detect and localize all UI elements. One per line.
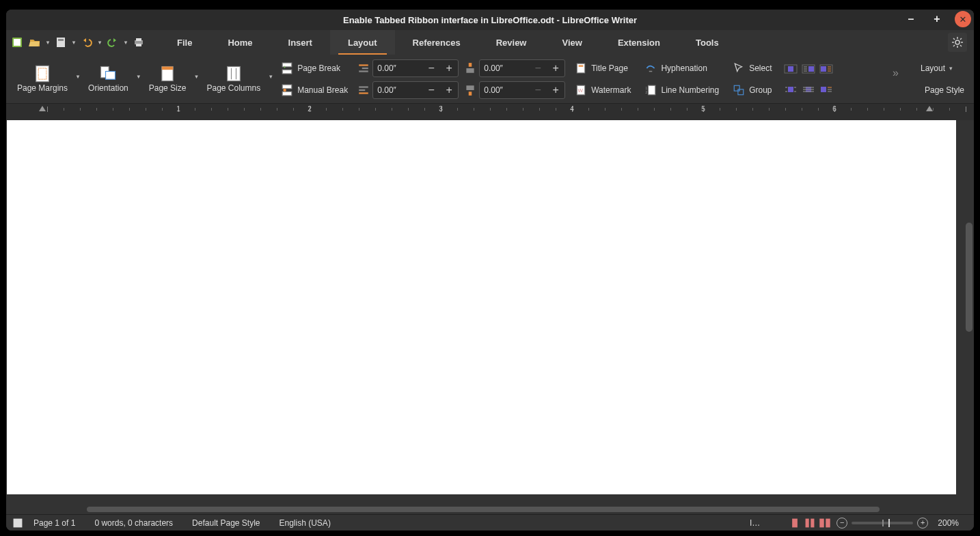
line-numbering-button[interactable]: 12 Line Numbering bbox=[642, 81, 722, 100]
page-break-icon: + bbox=[281, 62, 293, 74]
settings-gear-icon[interactable] bbox=[948, 33, 967, 52]
page-margins-button[interactable]: Page Margins bbox=[16, 64, 69, 94]
spacing-after-plus-icon[interactable]: + bbox=[547, 82, 564, 98]
ribbon-tabs: File Home Insert Layout References Revie… bbox=[159, 30, 737, 55]
page-style-button[interactable]: Page Style bbox=[918, 81, 967, 99]
svg-rect-81 bbox=[820, 518, 824, 527]
page-columns-button[interactable]: Page Columns bbox=[205, 64, 262, 94]
manual-break-button[interactable]: Manual Break bbox=[278, 81, 351, 100]
vertical-scrollbar[interactable] bbox=[963, 120, 974, 503]
wrap-after-icon[interactable] bbox=[819, 63, 834, 75]
undo-dropdown-icon[interactable]: ▾ bbox=[96, 39, 103, 46]
status-zoom[interactable]: 200% bbox=[934, 515, 968, 531]
tab-layout[interactable]: Layout bbox=[330, 30, 395, 55]
status-language[interactable]: English (USA) bbox=[270, 515, 340, 531]
indent-left-minus-icon[interactable]: − bbox=[422, 60, 440, 76]
spacing-after-spin[interactable]: − + bbox=[479, 81, 565, 99]
tab-insert[interactable]: Insert bbox=[271, 30, 330, 55]
indent-left-plus-icon[interactable]: + bbox=[440, 60, 458, 76]
orientation-button[interactable]: Orientation bbox=[87, 64, 130, 94]
indent-marker-right[interactable] bbox=[926, 106, 933, 111]
tab-view[interactable]: View bbox=[544, 30, 599, 55]
book-view-icon[interactable] bbox=[819, 518, 831, 528]
spacing-after-minus-icon[interactable]: − bbox=[529, 82, 547, 98]
horizontal-scrollbar[interactable] bbox=[6, 505, 974, 514]
indent-left-spin[interactable]: − + bbox=[372, 59, 459, 77]
wrap-before-icon[interactable] bbox=[801, 63, 816, 75]
status-bar: Page 1 of 1 0 words, 0 characters Defaul… bbox=[6, 514, 974, 531]
status-words[interactable]: 0 words, 0 characters bbox=[85, 515, 182, 531]
title-page-button[interactable]: Title Page bbox=[572, 59, 634, 78]
spacing-before-input[interactable] bbox=[480, 64, 529, 73]
tab-references[interactable]: References bbox=[395, 30, 478, 55]
wrap-through-icon[interactable] bbox=[801, 83, 816, 96]
open-dropdown-icon[interactable]: ▾ bbox=[44, 39, 51, 46]
page-size-button[interactable]: Page Size bbox=[148, 64, 188, 94]
group-button[interactable]: Group bbox=[730, 81, 774, 100]
ribbon-overflow-icon[interactable]: » bbox=[893, 67, 899, 79]
vertical-scroll-thumb[interactable] bbox=[966, 223, 972, 332]
indent-right-minus-icon[interactable]: − bbox=[422, 82, 440, 98]
horizontal-scroll-thumb[interactable] bbox=[87, 507, 880, 512]
svg-rect-39 bbox=[467, 85, 474, 90]
wrap-parallel-icon[interactable] bbox=[783, 83, 798, 96]
svg-rect-36 bbox=[359, 92, 368, 94]
zoom-slider[interactable] bbox=[852, 522, 913, 524]
hyphenation-button[interactable]: Hyphenation bbox=[642, 59, 722, 78]
redo-icon[interactable] bbox=[105, 34, 121, 51]
new-doc-icon[interactable] bbox=[9, 34, 25, 51]
save-status-icon[interactable] bbox=[12, 517, 24, 529]
spacing-before-spin[interactable]: − + bbox=[479, 59, 565, 77]
maximize-button[interactable]: + bbox=[929, 11, 945, 27]
spacing-before-plus-icon[interactable]: + bbox=[547, 60, 564, 76]
tab-tools[interactable]: Tools bbox=[678, 30, 737, 55]
wrap-optimal-icon[interactable] bbox=[819, 83, 834, 96]
status-page[interactable]: Page 1 of 1 bbox=[24, 515, 85, 531]
page-canvas[interactable] bbox=[7, 120, 956, 494]
redo-dropdown-icon[interactable]: ▾ bbox=[122, 39, 129, 46]
save-doc-icon[interactable] bbox=[53, 34, 69, 51]
tab-file[interactable]: File bbox=[159, 30, 210, 55]
zoom-in-icon[interactable]: + bbox=[917, 518, 928, 528]
page-size-dropdown-icon[interactable]: ▾ bbox=[193, 56, 200, 97]
tab-home[interactable]: Home bbox=[210, 30, 270, 55]
watermark-button[interactable]: W Watermark bbox=[572, 81, 634, 100]
save-dropdown-icon[interactable]: ▾ bbox=[70, 39, 77, 46]
spacing-after-icon bbox=[464, 84, 476, 96]
spacing-before-minus-icon[interactable]: − bbox=[529, 60, 547, 76]
svg-rect-49 bbox=[734, 85, 739, 91]
status-style[interactable]: Default Page Style bbox=[182, 515, 269, 531]
indent-left-input[interactable] bbox=[373, 64, 422, 73]
zoom-out-icon[interactable]: − bbox=[836, 518, 847, 528]
svg-rect-79 bbox=[806, 518, 809, 527]
svg-rect-82 bbox=[826, 518, 830, 527]
page-columns-dropdown-icon[interactable]: ▾ bbox=[267, 56, 274, 97]
indent-marker-left[interactable] bbox=[39, 106, 46, 111]
horizontal-ruler[interactable]: 123456 bbox=[6, 104, 974, 120]
window-controls: – + ✕ bbox=[903, 11, 971, 27]
wrap-none-icon[interactable] bbox=[783, 63, 798, 75]
minimize-button[interactable]: – bbox=[903, 11, 919, 27]
close-button[interactable]: ✕ bbox=[955, 11, 971, 27]
svg-text:+: + bbox=[284, 65, 286, 70]
tab-review[interactable]: Review bbox=[478, 30, 545, 55]
print-icon[interactable] bbox=[131, 34, 147, 51]
indent-right-input[interactable] bbox=[373, 85, 422, 95]
app-window: Enable Tabbed Ribbon interface in LibreO… bbox=[6, 10, 974, 531]
indent-right-spin[interactable]: − + bbox=[372, 81, 459, 99]
indent-right-plus-icon[interactable]: + bbox=[440, 82, 458, 98]
tab-extension[interactable]: Extension bbox=[600, 30, 678, 55]
zoom-slider-knob[interactable] bbox=[888, 519, 890, 527]
hyphenation-icon bbox=[644, 62, 657, 74]
multi-page-view-icon[interactable] bbox=[804, 518, 816, 528]
open-doc-icon[interactable] bbox=[27, 34, 43, 51]
layout-menu-button[interactable]: Layout ▾ bbox=[918, 59, 967, 77]
page-margins-dropdown-icon[interactable]: ▾ bbox=[74, 56, 81, 97]
status-insert-mode[interactable]: I… bbox=[740, 515, 770, 531]
single-page-view-icon[interactable] bbox=[789, 518, 801, 528]
spacing-after-input[interactable] bbox=[480, 85, 529, 95]
select-button[interactable]: Select bbox=[730, 59, 774, 78]
orientation-dropdown-icon[interactable]: ▾ bbox=[135, 56, 142, 97]
page-break-button[interactable]: + Page Break bbox=[278, 59, 351, 78]
undo-icon[interactable] bbox=[79, 34, 95, 51]
